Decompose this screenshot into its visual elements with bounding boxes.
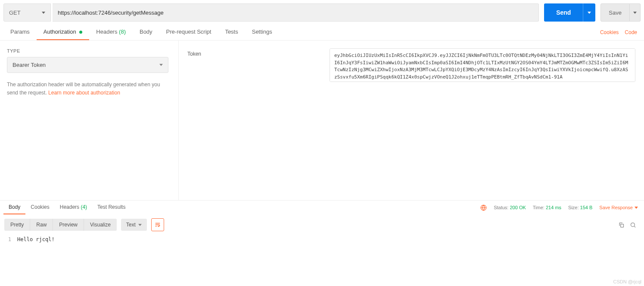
view-pretty[interactable]: Pretty <box>4 219 30 231</box>
code-link[interactable]: Code <box>625 29 637 35</box>
save-dropdown[interactable] <box>630 3 641 22</box>
time-label: Time: <box>533 205 544 210</box>
response-tabs: Body Cookies Headers (4) Test Results <box>3 201 131 214</box>
wrap-lines-button[interactable] <box>151 218 164 231</box>
svg-point-2 <box>631 223 635 226</box>
status-block: Status: 200 OK <box>494 205 526 210</box>
response-tabs-row: Body Cookies Headers (4) Test Results St… <box>0 200 644 215</box>
view-visualize[interactable]: Visualize <box>84 219 117 231</box>
tab-headers[interactable]: Headers (8) <box>89 24 133 40</box>
chevron-down-icon <box>159 64 163 66</box>
token-row: Token eyJhbGciOiJIUzUxMiIsInR5cCI6IkpXVC… <box>187 48 635 82</box>
tab-settings[interactable]: Settings <box>245 24 279 40</box>
response-text: Hello rjcql! <box>17 236 55 242</box>
auth-right-panel: Token eyJhbGciOiJIUzUxMiIsInR5cCI6IkpXVC… <box>179 41 644 200</box>
http-method-value: GET <box>9 9 21 16</box>
resp-headers-count: (4) <box>81 204 87 210</box>
tab-headers-label: Headers <box>96 28 117 35</box>
send-dropdown[interactable] <box>583 3 595 22</box>
send-button-group: Send <box>544 3 595 22</box>
tab-body[interactable]: Body <box>133 24 159 40</box>
view-raw[interactable]: Raw <box>30 219 53 231</box>
request-tabs-row: Params Authorization Headers (8) Body Pr… <box>0 24 644 41</box>
http-method-select[interactable]: GET <box>3 3 51 22</box>
request-bar: GET Send Save <box>0 0 644 22</box>
resp-tab-tests[interactable]: Test Results <box>92 201 131 214</box>
token-label: Token <box>187 48 330 57</box>
chevron-down-icon <box>635 207 638 209</box>
time-value: 214 ms <box>546 205 561 210</box>
status-row: Status: 200 OK Time: 214 ms Size: 154 B … <box>480 204 641 211</box>
save-response-button[interactable]: Save Response <box>599 205 638 210</box>
send-button[interactable]: Send <box>544 3 583 22</box>
status-value: 200 OK <box>510 205 526 210</box>
learn-more-link[interactable]: Learn more about authorization <box>48 90 120 96</box>
globe-icon <box>480 204 487 211</box>
tab-params[interactable]: Params <box>3 24 37 40</box>
format-select[interactable]: Text <box>121 219 147 231</box>
time-block: Time: 214 ms <box>533 205 561 210</box>
type-label: TYPE <box>7 48 171 53</box>
token-input[interactable]: eyJhbGciOiJIUzUxMiIsInR5cCI6IkpXVCJ9.eyJ… <box>330 48 635 82</box>
url-input[interactable] <box>53 3 539 22</box>
save-response-label: Save Response <box>599 205 633 210</box>
copy-icon[interactable] <box>618 222 625 228</box>
viewer-right-icons <box>618 222 640 228</box>
tab-headers-count: (8) <box>119 28 126 35</box>
chevron-down-icon <box>138 224 142 226</box>
save-button-group: Save <box>600 3 641 22</box>
format-value: Text <box>126 222 136 228</box>
search-icon[interactable] <box>630 222 636 228</box>
resp-tab-body[interactable]: Body <box>3 201 25 214</box>
right-links: Cookies Code <box>600 29 641 35</box>
tab-auth-label: Authorization <box>44 28 76 35</box>
svg-rect-1 <box>621 224 624 227</box>
resp-headers-label: Headers <box>60 204 79 210</box>
view-mode-group: Pretty Raw Preview Visualize <box>4 219 117 231</box>
tab-tests[interactable]: Tests <box>218 24 245 40</box>
tab-prerequest[interactable]: Pre-request Script <box>159 24 218 40</box>
size-block: Size: 154 B <box>568 205 592 210</box>
size-label: Size: <box>568 205 579 210</box>
auth-left-panel: TYPE Bearer Token The authorization head… <box>0 41 179 200</box>
resp-tab-headers[interactable]: Headers (4) <box>55 201 92 214</box>
tab-authorization[interactable]: Authorization <box>37 24 90 40</box>
auth-content: TYPE Bearer Token The authorization head… <box>0 41 644 200</box>
line-number: 1 <box>4 236 17 242</box>
chevron-down-icon <box>42 12 45 14</box>
cookies-link[interactable]: Cookies <box>600 29 619 35</box>
chevron-down-icon <box>588 12 591 14</box>
save-button[interactable]: Save <box>600 3 630 22</box>
active-dot-icon <box>79 31 82 34</box>
request-tabs: Params Authorization Headers (8) Body Pr… <box>3 24 279 40</box>
status-label: Status: <box>494 205 508 210</box>
viewer-controls: Pretty Raw Preview Visualize Text <box>0 215 644 235</box>
response-body: 1 Hello rjcql! <box>0 235 644 251</box>
auth-help-text: The authorization header will be automat… <box>7 81 168 97</box>
size-value: 154 B <box>580 205 593 210</box>
chevron-down-icon <box>633 12 637 14</box>
view-preview[interactable]: Preview <box>53 219 84 231</box>
auth-type-value: Bearer Token <box>12 62 46 68</box>
resp-tab-cookies[interactable]: Cookies <box>25 201 54 214</box>
auth-type-select[interactable]: Bearer Token <box>7 57 168 73</box>
